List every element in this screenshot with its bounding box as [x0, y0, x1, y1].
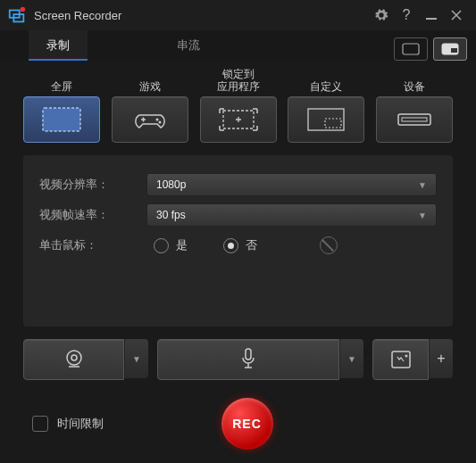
mode-custom-label: 自定义 — [310, 68, 342, 93]
titlebar: Screen Recorder ? — [0, 0, 476, 30]
help-icon[interactable]: ? — [394, 3, 419, 28]
view-buttons — [394, 37, 476, 61]
svg-point-8 — [155, 119, 158, 121]
webcam-button[interactable] — [23, 339, 124, 380]
timelimit-label: 时间限制 — [57, 416, 104, 432]
bottom-bar: 时间限制 REC — [13, 380, 463, 450]
rec-label: REC — [232, 417, 262, 431]
fps-label: 视频帧速率： — [39, 207, 146, 223]
svg-point-16 — [71, 355, 77, 360]
svg-rect-18 — [392, 351, 410, 368]
record-button[interactable]: REC — [221, 398, 273, 450]
mode-row: 全屏 游戏 锁定到 应用程序 自定义 设备 — [13, 68, 463, 143]
svg-rect-17 — [246, 349, 251, 360]
mode-lockapp-button[interactable] — [200, 96, 277, 143]
mode-device-button[interactable] — [376, 96, 453, 143]
svg-rect-13 — [398, 114, 430, 125]
mode-game-button[interactable] — [112, 96, 188, 143]
svg-point-2 — [21, 7, 25, 12]
mouseclick-label: 单击鼠标： — [39, 237, 146, 253]
pip-window-icon[interactable] — [433, 37, 467, 61]
settings-icon[interactable] — [369, 3, 394, 28]
svg-rect-7 — [43, 108, 80, 131]
mode-device-label: 设备 — [404, 68, 425, 93]
svg-rect-11 — [308, 109, 344, 130]
mode-game-label: 游戏 — [139, 68, 161, 93]
chevron-down-icon: ▼ — [418, 211, 427, 220]
close-icon[interactable] — [444, 3, 469, 28]
radio-icon — [223, 238, 238, 253]
radio-icon — [154, 238, 169, 253]
tab-record[interactable]: 录制 — [29, 30, 88, 61]
input-row: ▼ ▼ + — [23, 339, 453, 380]
microphone-dropdown[interactable]: ▼ — [339, 339, 363, 378]
mode-custom-button[interactable] — [288, 96, 364, 143]
mouseclick-no-radio[interactable]: 否 — [223, 237, 257, 253]
minimize-icon[interactable] — [419, 3, 444, 28]
svg-rect-4 — [403, 44, 419, 54]
svg-rect-12 — [325, 119, 341, 128]
mouseclick-yes-radio[interactable]: 是 — [154, 237, 188, 253]
fps-value: 30 fps — [156, 209, 186, 221]
overlay-add[interactable]: + — [429, 339, 453, 378]
content: 全屏 游戏 锁定到 应用程序 自定义 设备 — [0, 61, 476, 459]
radio-no-label: 否 — [246, 237, 257, 253]
preview-window-icon[interactable] — [394, 37, 428, 61]
app-title: Screen Recorder — [34, 9, 369, 22]
tab-stream[interactable]: 串流 — [159, 30, 218, 61]
fps-select[interactable]: 30 fps ▼ — [146, 203, 437, 227]
overlay-button[interactable] — [372, 339, 429, 380]
mode-fullscreen-button[interactable] — [23, 96, 100, 143]
mode-lockapp-label: 锁定到 应用程序 — [217, 68, 260, 93]
svg-point-9 — [158, 121, 161, 124]
resolution-select[interactable]: 1080p ▼ — [146, 173, 437, 196]
svg-point-15 — [67, 351, 81, 365]
svg-rect-3 — [426, 18, 437, 20]
app-icon — [7, 5, 27, 25]
mode-fullscreen-label: 全屏 — [51, 68, 72, 93]
settings-panel: 视频分辨率： 1080p ▼ 视频帧速率： 30 fps ▼ 单击鼠标： 是 — [23, 155, 453, 327]
svg-rect-14 — [402, 118, 427, 121]
resolution-value: 1080p — [156, 178, 186, 191]
resolution-label: 视频分辨率： — [39, 177, 146, 193]
webcam-dropdown[interactable]: ▼ — [124, 339, 148, 378]
timelimit-checkbox[interactable] — [32, 416, 48, 432]
radio-yes-label: 是 — [176, 237, 188, 253]
chevron-down-icon: ▼ — [418, 180, 427, 190]
main-tabs: 录制 串流 — [0, 30, 476, 61]
microphone-button[interactable] — [157, 339, 339, 380]
svg-rect-6 — [451, 48, 457, 53]
disabled-icon — [320, 236, 338, 254]
